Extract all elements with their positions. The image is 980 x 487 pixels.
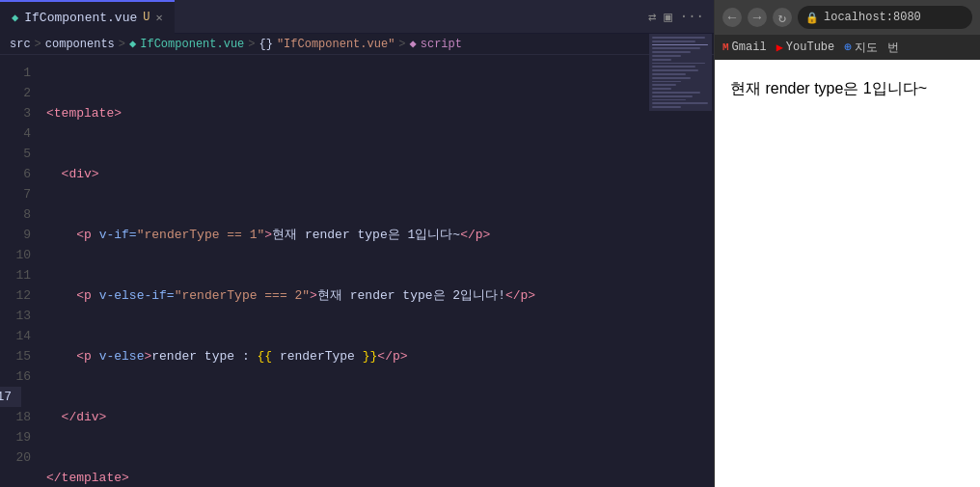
code-line-5: <p v-else>render type : {{ renderType }}…	[46, 346, 714, 366]
editor-tab[interactable]: ◆ IfComponent.vue U ✕	[0, 0, 175, 34]
maps-icon: ⊕	[844, 40, 852, 55]
tab-modified: U	[143, 11, 150, 24]
tab-filename: IfComponent.vue	[24, 11, 137, 25]
code-area[interactable]: 1 2 3 4 5 6 7 8 9 10 11 12 13 14 15 16 1…	[0, 55, 714, 487]
breadcrumb-src[interactable]: src	[10, 38, 31, 51]
code-content[interactable]: <template> <div> <p v-if="renderType == …	[41, 55, 714, 487]
layout-icon[interactable]: ▣	[664, 9, 671, 25]
maps-label: 지도	[855, 40, 878, 56]
url-bar[interactable]: 🔒 localhost:8080	[798, 6, 972, 29]
code-line-6: </div>	[46, 407, 714, 427]
breadcrumb-components[interactable]: components	[45, 38, 115, 51]
url-text[interactable]: localhost:8080	[824, 11, 921, 24]
editor-toolbar-icons: ⇄ ▣ ···	[648, 9, 714, 25]
other-label: 번	[887, 40, 899, 56]
breadcrumb: src > components > ◆ IfComponent.vue > {…	[0, 34, 714, 55]
editor-panel: ◆ IfComponent.vue U ✕ ⇄ ▣ ··· src > comp…	[0, 0, 714, 487]
breadcrumb-script[interactable]: script	[421, 38, 462, 51]
breadcrumb-file[interactable]: IfComponent.vue	[140, 38, 244, 51]
vue-render-output: 현재 render type은 1입니다~	[730, 79, 965, 99]
code-line-1: <template>	[46, 103, 714, 123]
code-line-7: </template>	[46, 468, 714, 487]
minimap-preview	[649, 55, 712, 111]
editor-tab-bar: ◆ IfComponent.vue U ✕ ⇄ ▣ ···	[0, 0, 714, 34]
code-line-4: <p v-else-if="renderType === 2">현재 rende…	[46, 285, 714, 306]
refresh-button[interactable]: ↻	[773, 8, 792, 27]
youtube-label: YouTube	[786, 41, 834, 54]
breadcrumb-sep1: >	[35, 38, 41, 51]
browser-content: 현재 render type은 1입니다~	[715, 60, 980, 487]
gmail-icon: M	[722, 41, 729, 53]
breadcrumb-obj-name[interactable]: "IfComponent.vue"	[277, 38, 395, 51]
breadcrumb-sep4: >	[398, 38, 405, 51]
browser-panel: ← → ↻ 🔒 localhost:8080 M Gmail ▶ YouTube…	[714, 0, 980, 487]
split-editor-icon[interactable]: ⇄	[648, 9, 656, 25]
back-button[interactable]: ←	[722, 8, 742, 27]
browser-bookmarks-bar: M Gmail ▶ YouTube ⊕ 지도 번	[715, 35, 980, 60]
breadcrumb-obj[interactable]: {}	[259, 38, 273, 51]
gmail-label: Gmail	[732, 41, 767, 54]
breadcrumb-vue-icon: ◆	[129, 37, 136, 51]
code-line-2: <div>	[46, 164, 714, 184]
bookmark-maps[interactable]: ⊕ 지도	[844, 40, 878, 56]
tab-close-button[interactable]: ✕	[155, 11, 162, 25]
breadcrumb-vue-icon2: ◆	[410, 37, 417, 51]
vue-icon: ◆	[12, 11, 18, 25]
render-text: 현재 render type은 1입니다~	[730, 80, 927, 96]
breadcrumb-sep2: >	[119, 38, 125, 51]
youtube-icon: ▶	[776, 41, 783, 55]
browser-toolbar: ← → ↻ 🔒 localhost:8080	[715, 0, 980, 35]
more-icon[interactable]: ···	[680, 9, 704, 24]
bookmark-youtube[interactable]: ▶ YouTube	[776, 41, 835, 55]
breadcrumb-sep3: >	[248, 38, 255, 51]
bookmark-gmail[interactable]: M Gmail	[722, 41, 767, 54]
code-line-3: <p v-if="renderType == 1">현재 render type…	[46, 225, 714, 245]
line-numbers: 1 2 3 4 5 6 7 8 9 10 11 12 13 14 15 16 1…	[0, 55, 41, 487]
forward-button[interactable]: →	[748, 8, 767, 27]
bookmark-other[interactable]: 번	[887, 40, 899, 56]
lock-icon: 🔒	[805, 12, 819, 24]
